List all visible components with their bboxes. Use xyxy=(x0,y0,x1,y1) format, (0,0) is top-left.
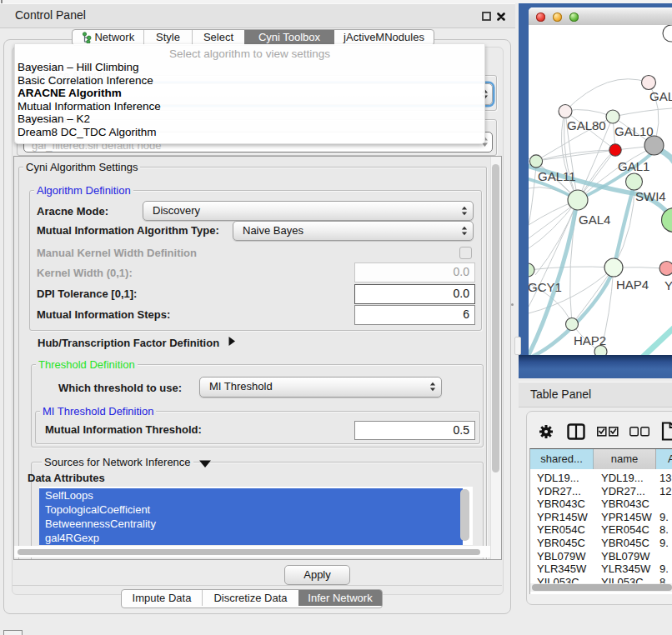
svg-text:GAL10: GAL10 xyxy=(614,124,654,138)
svg-text:HAP2: HAP2 xyxy=(574,333,606,348)
svg-text:Y: Y xyxy=(664,278,672,292)
svg-text:GAL1: GAL1 xyxy=(618,159,649,173)
svg-text:GAL7: GAL7 xyxy=(649,89,672,103)
svg-text:GAL11: GAL11 xyxy=(538,169,576,183)
svg-text:SWI4: SWI4 xyxy=(635,189,666,203)
svg-text:GAL80: GAL80 xyxy=(567,118,606,132)
svg-text:GCY1: GCY1 xyxy=(529,280,562,294)
svg-text:HAP4: HAP4 xyxy=(616,278,649,292)
svg-text:GAL4: GAL4 xyxy=(579,212,610,227)
